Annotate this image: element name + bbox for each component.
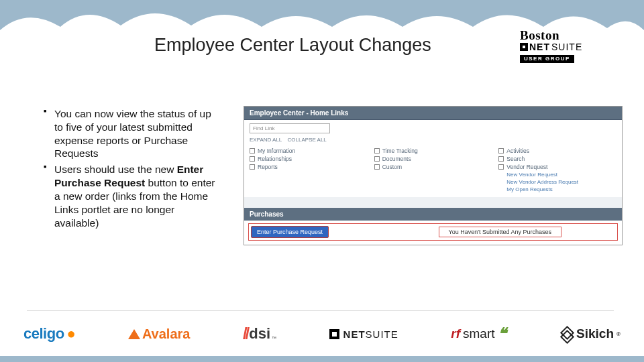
bullet-text: Users should use the new: [54, 164, 177, 175]
link-item: Activities: [498, 147, 616, 155]
badge-net: NET: [529, 42, 550, 52]
sponsor-logos: celigo● Avalara // dsi ™ NETSUITE rfsmar…: [23, 324, 621, 343]
portlet-header-purchases: Purchases: [244, 208, 622, 221]
link-item: Reports: [250, 163, 368, 171]
sikich-mark-icon: [559, 326, 574, 341]
portlet-header-homelinks: Employee Center - Home Links: [244, 107, 622, 120]
bullet-item: You can now view the status of up to fiv…: [44, 107, 218, 160]
logo-text: Avalara: [142, 326, 191, 342]
trademark-icon: ™: [272, 336, 276, 341]
find-link-input: Find Link: [250, 123, 330, 133]
triangle-icon: [128, 329, 140, 339]
link-subitem: My Open Requests: [498, 186, 616, 193]
slide-title: Employee Center Layout Changes: [154, 35, 431, 56]
expand-collapse-row: EXPAND ALL COLLAPSE ALL: [244, 137, 622, 145]
link-subitem: New Vendor Request: [498, 171, 616, 178]
link-item: Time Tracking: [374, 147, 492, 155]
logo-sikich: Sikich ®: [559, 326, 621, 341]
bullet-item: Users should use the new Enter Purchase …: [44, 163, 218, 229]
link-item: Relationships: [250, 155, 368, 163]
links-col-3: Activities Search Vendor Request New Ven…: [498, 147, 616, 193]
boston-netsuite-badge: Boston NETSUITE USER GROUP: [520, 29, 607, 63]
collapse-all-link: COLLAPSE ALL: [288, 137, 327, 143]
netsuite-square-icon: [520, 43, 528, 51]
expand-all-link: EXPAND ALL: [250, 137, 282, 143]
logo-text: NET: [343, 328, 366, 340]
logo-text: rf: [451, 326, 460, 341]
bullet-list: You can now view the status of up to fiv…: [44, 107, 218, 232]
logo-dsi: // dsi ™: [243, 324, 276, 343]
badge-line2: NETSUITE: [520, 42, 607, 52]
links-col-2: Time Tracking Documents Custom: [374, 147, 492, 193]
registered-icon: ®: [616, 331, 621, 337]
badge-suite: SUITE: [551, 42, 582, 52]
logo-text: SUITE: [366, 328, 398, 340]
purchases-row-highlight: Enter Purchase Request You Haven't Submi…: [248, 223, 618, 241]
bullet-text: You can now view the status of up to fiv…: [54, 108, 211, 159]
link-item: My Information: [250, 147, 368, 155]
bottom-accent-bar: [0, 356, 644, 362]
logo-celigo: celigo●: [23, 325, 75, 343]
employee-center-screenshot: Employee Center - Home Links Find Link E…: [244, 106, 623, 245]
logo-dot-icon: ●: [67, 325, 76, 343]
links-col-1: My Information Relationships Reports: [250, 147, 368, 193]
logo-text: smart: [463, 326, 495, 341]
slash-icon: //: [243, 324, 248, 343]
logo-text: Sikich: [576, 326, 614, 341]
logo-avalara: Avalara: [128, 326, 191, 342]
footer-divider: [27, 310, 614, 311]
link-item: Documents: [374, 155, 492, 163]
links-columns: My Information Relationships Reports Tim…: [244, 145, 622, 197]
no-purchases-message: You Haven't Submitted Any Purchases: [439, 227, 561, 237]
logo-rfsmart: rfsmart❝: [451, 326, 506, 341]
link-item: Custom: [374, 163, 492, 171]
link-subitem: New Vendor Address Request: [498, 178, 616, 186]
netsuite-square-icon: [329, 329, 339, 339]
badge-usergroup: USER GROUP: [520, 55, 574, 63]
enter-purchase-request-button: Enter Purchase Request: [251, 226, 329, 238]
link-item: Search: [498, 155, 616, 163]
portlet-gap: [244, 197, 622, 208]
logo-text: celigo: [23, 325, 64, 343]
badge-line1: Boston: [520, 29, 607, 42]
logo-netsuite: NETSUITE: [329, 328, 398, 340]
logo-text: dsi: [249, 325, 270, 343]
link-item: Vendor Request: [498, 163, 616, 171]
